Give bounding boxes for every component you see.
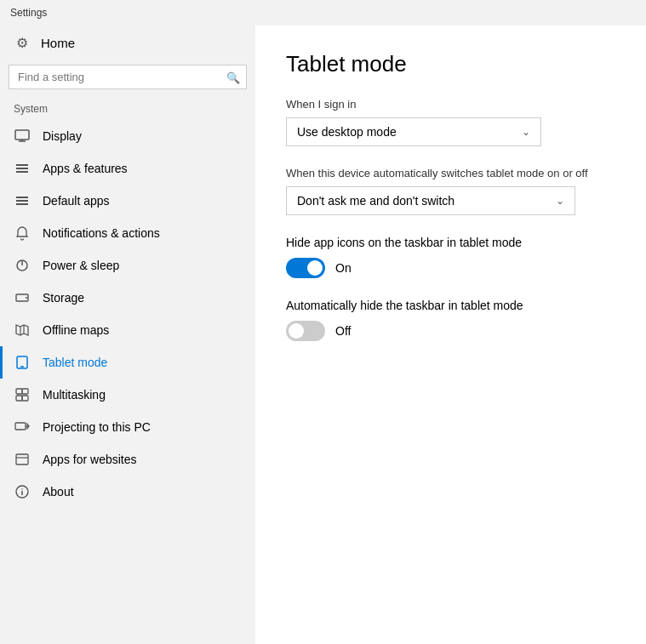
svg-point-12	[26, 297, 27, 299]
sidebar-item-multitasking[interactable]: Multitasking	[0, 379, 255, 411]
svg-rect-4	[16, 168, 28, 169]
sidebar-item-label: Power & sleep	[43, 259, 119, 272]
switches-dropdown-value: Don't ask me and don't switch	[297, 194, 454, 208]
sidebar-item-offline-maps[interactable]: Offline maps	[0, 314, 255, 346]
sidebar-item-label: Storage	[43, 291, 84, 305]
switches-section: When this device automatically switches …	[286, 167, 615, 215]
sidebar-item-label: Display	[43, 129, 82, 143]
sidebar-item-label: Default apps	[43, 194, 110, 208]
page-title: Tablet mode	[286, 51, 615, 77]
sidebar-item-label: Projecting to this PC	[43, 420, 151, 434]
sidebar-item-label: Apps for websites	[43, 453, 137, 466]
sidebar-item-label: Multitasking	[43, 388, 106, 402]
svg-rect-23	[16, 454, 28, 464]
home-icon: ⚙	[14, 34, 31, 51]
power-icon	[14, 257, 31, 274]
sidebar-item-label: Tablet mode	[43, 356, 107, 369]
tablet-mode-icon	[14, 354, 31, 371]
search-icon: 🔍	[226, 71, 240, 83]
sidebar-item-apps[interactable]: Apps & features	[0, 152, 255, 185]
sign-in-section: When I sign in Use desktop mode ⌄	[286, 98, 615, 146]
sidebar-item-notifications[interactable]: Notifications & actions	[0, 217, 255, 249]
about-icon	[14, 483, 31, 500]
hide-icons-toggle-label: On	[335, 261, 352, 275]
title-bar: Settings	[0, 0, 646, 26]
svg-rect-22	[15, 423, 26, 430]
sidebar-item-label: About	[43, 485, 74, 499]
apps-websites-icon	[14, 451, 31, 468]
hide-icons-section: Hide app icons on the taskbar in tablet …	[286, 236, 615, 278]
hide-icons-toggle-thumb	[307, 260, 323, 276]
apps-icon	[14, 160, 31, 177]
sidebar-item-power[interactable]: Power & sleep	[0, 249, 255, 282]
svg-rect-18	[16, 389, 22, 394]
hide-icons-title: Hide app icons on the taskbar in tablet …	[286, 236, 615, 249]
switches-label: When this device automatically switches …	[286, 167, 615, 180]
sidebar-system-label: System	[0, 98, 255, 120]
auto-hide-toggle[interactable]	[286, 321, 325, 341]
svg-rect-7	[16, 200, 28, 202]
sidebar-item-home[interactable]: ⚙ Home	[0, 26, 255, 60]
switches-dropdown[interactable]: Don't ask me and don't switch ⌄	[286, 186, 575, 215]
svg-rect-6	[16, 197, 28, 198]
projecting-icon	[14, 419, 31, 436]
switches-dropdown-arrow: ⌄	[556, 195, 564, 207]
sidebar-item-label: Offline maps	[43, 323, 109, 337]
main-content: Tablet mode When I sign in Use desktop m…	[255, 26, 646, 644]
svg-rect-3	[16, 164, 28, 166]
svg-marker-13	[16, 325, 28, 335]
svg-rect-21	[22, 396, 28, 401]
search-box: 🔍	[9, 65, 247, 89]
sidebar-item-storage[interactable]: Storage	[0, 282, 255, 314]
notifications-icon	[14, 225, 31, 242]
search-input[interactable]	[9, 65, 247, 89]
sign-in-dropdown-arrow: ⌄	[522, 126, 530, 138]
svg-rect-19	[22, 389, 28, 394]
svg-rect-20	[16, 396, 22, 401]
svg-rect-5	[16, 171, 28, 173]
sidebar-item-display[interactable]: Display	[0, 120, 255, 152]
sidebar: ⚙ Home 🔍 System Display Apps & features	[0, 26, 255, 644]
auto-hide-toggle-label: Off	[335, 324, 351, 338]
svg-rect-0	[15, 130, 29, 140]
auto-hide-toggle-row: Off	[286, 321, 615, 341]
auto-hide-toggle-thumb	[289, 323, 304, 339]
sign-in-dropdown[interactable]: Use desktop mode ⌄	[286, 117, 541, 146]
sign-in-dropdown-value: Use desktop mode	[297, 125, 397, 139]
hide-icons-toggle-row: On	[286, 258, 615, 278]
svg-rect-8	[16, 203, 28, 205]
display-icon	[14, 128, 31, 145]
sidebar-item-apps-websites[interactable]: Apps for websites	[0, 443, 255, 476]
sidebar-item-label: Apps & features	[43, 162, 128, 175]
default-apps-icon	[14, 192, 31, 209]
sidebar-item-about[interactable]: About	[0, 476, 255, 508]
auto-hide-section: Automatically hide the taskbar in tablet…	[286, 299, 615, 341]
home-label: Home	[41, 36, 75, 50]
sidebar-item-tablet-mode[interactable]: Tablet mode	[0, 346, 255, 379]
title-bar-label: Settings	[10, 7, 47, 19]
sidebar-item-projecting[interactable]: Projecting to this PC	[0, 411, 255, 443]
hide-icons-toggle[interactable]	[286, 258, 325, 278]
multitasking-icon	[14, 386, 31, 403]
sidebar-item-label: Notifications & actions	[43, 226, 160, 240]
offline-maps-icon	[14, 322, 31, 339]
sign-in-label: When I sign in	[286, 98, 615, 111]
sidebar-item-default-apps[interactable]: Default apps	[0, 185, 255, 217]
auto-hide-title: Automatically hide the taskbar in tablet…	[286, 299, 615, 312]
storage-icon	[14, 289, 31, 306]
svg-point-27	[21, 488, 23, 490]
